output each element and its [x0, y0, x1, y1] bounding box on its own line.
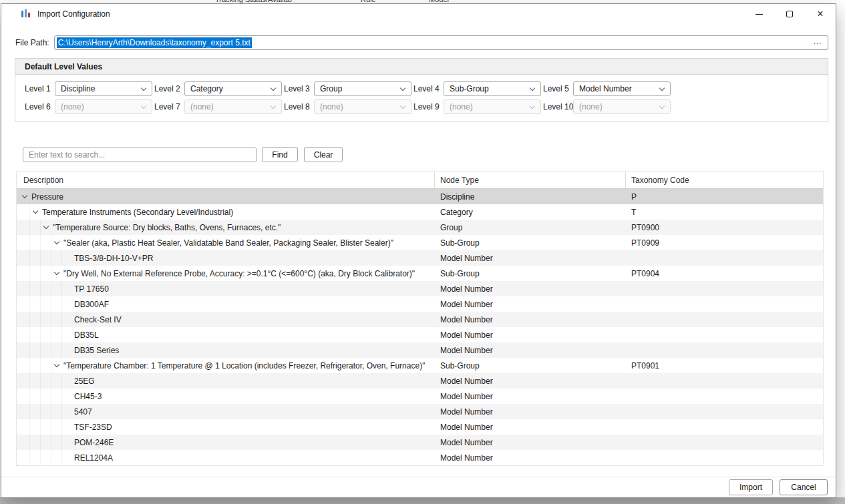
- cell-node-type: Group: [435, 223, 626, 232]
- cell-node-type: Sub-Group: [435, 238, 626, 248]
- cell-node-type: Model Number: [435, 284, 626, 294]
- tree-indent-guide: [51, 404, 62, 419]
- tree-row[interactable]: DB35 Series Model Number: [17, 342, 823, 358]
- window-controls: ×: [743, 4, 836, 24]
- clear-button[interactable]: Clear: [304, 147, 343, 162]
- tree-indent-guide: [51, 342, 62, 358]
- description-text: POM-246E: [73, 438, 114, 447]
- tree-row[interactable]: TP 17650 Model Number: [17, 281, 823, 296]
- close-button[interactable]: ×: [805, 4, 836, 24]
- tree-row[interactable]: 5407 Model Number: [17, 404, 823, 419]
- minimize-button[interactable]: [743, 4, 774, 24]
- chevron-expand-icon[interactable]: [51, 358, 62, 373]
- file-path-row: File Path: C:\Users\HenryArth\Downloads\…: [1, 35, 836, 50]
- cell-description: POM-246E: [17, 435, 435, 450]
- tree-indent-guide: [19, 266, 30, 281]
- tree-row[interactable]: DB35L Model Number: [17, 327, 823, 342]
- titlebar[interactable]: Import Configuration ×: [1, 4, 836, 24]
- tree-indent-guide: [30, 220, 41, 235]
- import-button[interactable]: Import: [729, 479, 773, 495]
- tree-indent-guide: [30, 389, 41, 404]
- tree-row[interactable]: Temperature Instruments (Secondary Level…: [17, 204, 823, 220]
- level-combo-value: (none): [190, 102, 214, 111]
- level-field: Level 4 Sub-Group: [413, 81, 543, 96]
- chevron-expand-icon[interactable]: [51, 266, 62, 281]
- cell-node-type: Model Number: [435, 376, 626, 386]
- tree-row[interactable]: CH45-3 Model Number: [17, 389, 823, 404]
- tree-row[interactable]: "Sealer (aka, Plastic Heat Sealer, Valid…: [17, 235, 823, 250]
- tree-row[interactable]: REL1204A Model Number: [17, 450, 823, 465]
- tree-row[interactable]: "Temperature Source: Dry blocks, Baths, …: [17, 220, 823, 235]
- tree-indent-guide: [19, 358, 30, 373]
- tree-row[interactable]: 25EG Model Number: [17, 373, 823, 389]
- tree-indent-guide: [30, 358, 41, 373]
- chevron-expand-icon: [62, 419, 73, 435]
- search-input[interactable]: [23, 148, 257, 162]
- cancel-button[interactable]: Cancel: [780, 479, 828, 495]
- tree-row[interactable]: TBS-3/8-DH-10-V+PR Model Number: [17, 250, 823, 266]
- cell-node-type: Discipline: [435, 192, 626, 202]
- find-button[interactable]: Find: [262, 147, 298, 162]
- background-desktop-bottom-edge: [0, 497, 845, 504]
- tree-row[interactable]: "Dry Well, No External Reference Probe, …: [17, 266, 823, 281]
- tree-indent-guide: [19, 250, 30, 266]
- tree-indent-guide: [19, 435, 30, 450]
- chevron-down-icon: [271, 103, 276, 109]
- tree-indent-guide: [19, 450, 30, 465]
- tree-indent-guide: [41, 404, 51, 419]
- level-combo-level-2[interactable]: Category: [184, 81, 282, 96]
- tree-row[interactable]: Pressure Discipline P: [17, 189, 823, 204]
- tree-row[interactable]: POM-246E Model Number: [17, 435, 823, 450]
- tree-indent-guide: [19, 220, 30, 235]
- chevron-expand-icon: [62, 450, 73, 465]
- file-path-value: C:\Users\HenryArth\Downloads\taxonomy_ex…: [57, 37, 252, 48]
- cell-description: CH45-3: [17, 389, 435, 404]
- chevron-expand-icon: [62, 373, 73, 389]
- chevron-expand-icon[interactable]: [41, 220, 51, 235]
- description-text: Pressure: [30, 192, 63, 202]
- cell-description: "Temperature Source: Dry blocks, Baths, …: [17, 220, 435, 235]
- tree-indent-guide: [19, 281, 30, 296]
- level-label: Level 5: [543, 84, 573, 93]
- tree-row[interactable]: DB300AF Model Number: [17, 296, 823, 312]
- level-label: Level 6: [25, 102, 55, 111]
- level-combo-level-3[interactable]: Group: [314, 81, 411, 96]
- close-icon: ×: [817, 9, 823, 19]
- chevron-expand-icon[interactable]: [19, 189, 30, 204]
- level-label: Level 1: [25, 84, 55, 93]
- chevron-expand-icon: [62, 389, 73, 404]
- cell-node-type: Model Number: [435, 438, 626, 447]
- chevron-expand-icon[interactable]: [51, 235, 62, 250]
- level-combo-value: Group: [320, 84, 342, 93]
- chevron-expand-icon[interactable]: [30, 204, 41, 220]
- taxonomy-tree-grid: Description Node Type Taxonomy Code Pres…: [16, 171, 824, 466]
- column-header-taxonomy-code[interactable]: Taxonomy Code: [626, 172, 823, 188]
- cell-description: DB35L: [17, 327, 435, 342]
- cell-description: DB35 Series: [17, 342, 435, 358]
- level-field: Level 3 Group: [284, 81, 413, 96]
- tree-row[interactable]: TSF-23SD Model Number: [17, 419, 823, 435]
- level-combo-level-1[interactable]: Discipline: [55, 81, 152, 96]
- level-combo-level-4[interactable]: Sub-Group: [444, 81, 541, 96]
- tree-indent-guide: [19, 389, 30, 404]
- file-path-input[interactable]: C:\Users\HenryArth\Downloads\taxonomy_ex…: [54, 35, 828, 50]
- tree-row[interactable]: "Temperature Chamber: 1 Temperature @ 1 …: [17, 358, 823, 373]
- level-field: Level 5 Model Number: [543, 81, 673, 96]
- dialog-footer: Import Cancel: [1, 477, 836, 497]
- maximize-button[interactable]: [774, 4, 805, 24]
- tree-indent-guide: [30, 250, 41, 266]
- tree-indent-guide: [41, 450, 51, 465]
- column-header-description[interactable]: Description: [17, 172, 435, 188]
- column-header-node-type[interactable]: Node Type: [435, 172, 626, 188]
- tree-indent-guide: [41, 296, 51, 312]
- chevron-expand-icon: [62, 312, 73, 327]
- cell-node-type: Model Number: [435, 254, 626, 263]
- tree-row[interactable]: Check-Set IV Model Number: [17, 312, 823, 327]
- cell-description: Temperature Instruments (Secondary Level…: [17, 204, 435, 220]
- tree-indent-guide: [41, 266, 51, 281]
- level-combo-level-5[interactable]: Model Number: [573, 81, 671, 96]
- browse-ellipsis-icon[interactable]: …: [813, 36, 822, 46]
- cell-taxonomy-code: PT0909: [626, 238, 823, 248]
- tree-indent-guide: [19, 327, 30, 342]
- level-field: Level 6 (none): [25, 99, 154, 114]
